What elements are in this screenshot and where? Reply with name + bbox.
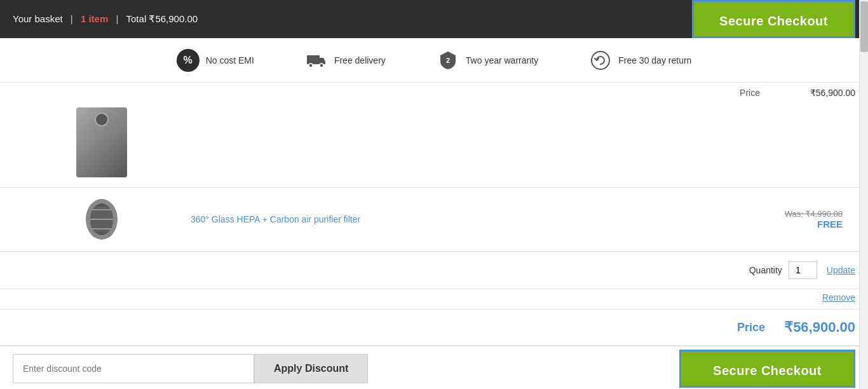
total-label: Total [126, 13, 147, 24]
svg-rect-0 [307, 55, 320, 64]
header-bar: Your basket | 1 item | Total ₹56,900.00 … [0, 0, 868, 38]
update-link[interactable]: Update [827, 265, 855, 275]
scrollbar-thumb[interactable] [860, 1, 868, 52]
total-price-row: Price ₹56,900.00 [0, 310, 868, 346]
remove-link[interactable]: Remove [822, 292, 855, 303]
scrollbar[interactable] [859, 0, 868, 389]
apply-discount-button[interactable]: Apply Discount [254, 354, 368, 383]
benefits-bar: % No cost EMI Free delivery 2 Two year w… [0, 38, 868, 83]
footer-bar: Apply Discount Secure Checkout [0, 346, 868, 389]
emi-icon: % [177, 49, 200, 72]
benefit-emi: % No cost EMI [177, 49, 254, 72]
total-value: ₹56,900.00 [149, 13, 198, 24]
svg-point-4 [592, 51, 609, 69]
discount-code-input[interactable] [13, 354, 254, 383]
delivery-text: Free delivery [334, 55, 386, 65]
quantity-row: Quantity Update [0, 252, 868, 289]
warranty-icon: 2 [437, 49, 459, 72]
item-count: 1 item [81, 13, 108, 24]
basket-info: Your basket | 1 item | Total ₹56,900.00 [13, 13, 198, 25]
remove-row: Remove [0, 289, 868, 310]
svg-point-1 [309, 64, 313, 67]
sep1: | [71, 13, 76, 24]
total-price-label: Price [737, 321, 765, 334]
return-text: Free 30 day return [618, 55, 691, 65]
secure-checkout-header-button[interactable]: Secure Checkout [692, 0, 855, 38]
sep2: | [116, 13, 121, 24]
benefit-return: Free 30 day return [589, 49, 691, 72]
price-header-label: Price [740, 88, 779, 98]
main-product-image-col [13, 107, 191, 177]
free-item-was-price: Was: ₹4,990.00 [754, 209, 843, 219]
total-price-value: ₹56,900.00 [784, 319, 855, 336]
emi-text: No cost EMI [206, 55, 254, 65]
quantity-label: Quantity [749, 265, 782, 275]
svg-point-2 [320, 64, 323, 67]
main-product-image [76, 107, 127, 177]
warranty-text: Two year warranty [466, 55, 538, 65]
free-item-row: 360° Glass HEPA + Carbon air purifier fi… [0, 188, 868, 252]
free-item-free-label: FREE [754, 219, 843, 229]
free-item-image [83, 197, 121, 242]
main-product-row [0, 98, 868, 188]
truck-icon [305, 49, 328, 72]
secure-checkout-footer-button[interactable]: Secure Checkout [679, 350, 855, 388]
svg-text:2: 2 [446, 57, 450, 64]
free-item-image-col [13, 197, 191, 242]
return-icon [589, 49, 612, 72]
free-item-price-col: Was: ₹4,990.00 FREE [754, 209, 855, 229]
benefit-delivery: Free delivery [305, 49, 386, 72]
price-header-value: ₹56,900.00 [779, 88, 855, 98]
price-header-row: Price ₹56,900.00 [0, 83, 868, 98]
main-content: Price ₹56,900.00 360° Glass HEPA + Carbo… [0, 83, 868, 346]
benefit-warranty: 2 Two year warranty [437, 49, 538, 72]
quantity-input[interactable] [789, 261, 817, 279]
basket-label: Your basket [13, 13, 63, 24]
free-item-name: 360° Glass HEPA + Carbon air purifier fi… [191, 214, 754, 224]
